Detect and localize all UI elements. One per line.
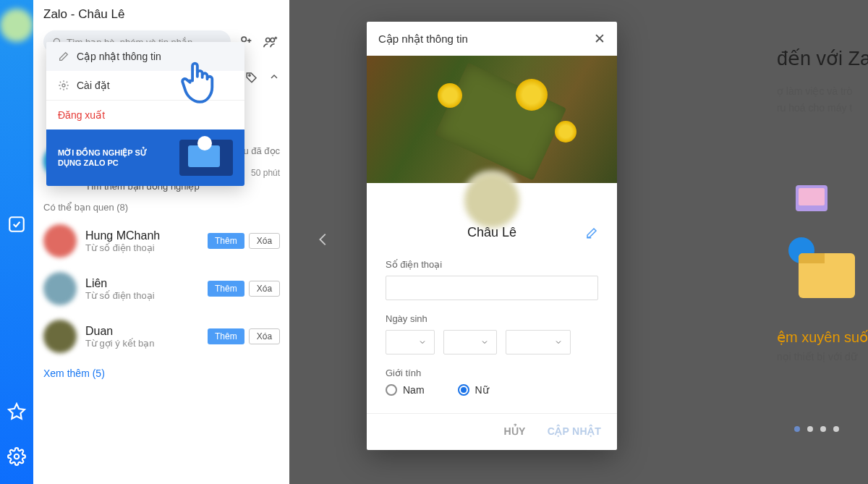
svg-point-6 (249, 75, 250, 76)
suggest-from: Từ số điện thoại (85, 290, 155, 301)
modal-title: Cập nhật thông tin (378, 33, 468, 46)
submit-button[interactable]: CẬP NHẬT (548, 425, 601, 437)
gender-male-radio[interactable]: Nam (386, 384, 425, 396)
right-panel: đến với Za ợ làm việc và trò ru hoá cho … (289, 0, 868, 484)
gender-female-label: Nữ (475, 384, 489, 396)
add-button[interactable]: Thêm (208, 328, 244, 344)
phone-input[interactable] (386, 276, 598, 300)
see-more-link[interactable]: Xem thêm (5) (43, 368, 105, 379)
cancel-button[interactable]: HỦY (503, 425, 525, 437)
app-title: Zalo - Châu Lê (43, 7, 280, 22)
remove-button[interactable]: Xóa (249, 328, 280, 344)
checkbox-nav-icon[interactable] (2, 210, 31, 239)
profile-name: Châu Lê (467, 225, 516, 239)
you-may-know-label: Có thể bạn quen (8) (43, 202, 280, 213)
welcome-line1: ợ làm việc và trò (777, 83, 868, 99)
svg-point-7 (62, 84, 65, 87)
dob-month-select[interactable] (443, 330, 497, 354)
suggest-from: Từ gợi ý kết bạn (85, 338, 155, 349)
settings-icon[interactable] (2, 442, 31, 471)
feature-title: ệm xuyên suố (777, 326, 868, 349)
suggest-name: Duan (85, 325, 155, 338)
dob-year-select[interactable] (506, 330, 571, 354)
promo-text: MỜI ĐỒNG NGHIỆP SỬ DỤNG ZALO PC (58, 148, 172, 169)
chevron-down-icon (480, 338, 489, 347)
svg-rect-0 (9, 217, 24, 232)
phone-label: Số điện thoại (386, 259, 598, 270)
svg-point-3 (242, 37, 246, 41)
chevron-down-icon (554, 338, 563, 347)
left-main: Zalo - Châu Lê Tìm bạn bè, nhóm và tin n… (33, 0, 290, 484)
remove-button[interactable]: Xóa (249, 233, 280, 249)
picture-icon (796, 185, 827, 211)
suggest-from: Từ số điện thoại (85, 242, 160, 253)
carousel-dots[interactable] (794, 426, 839, 432)
dropdown-settings-label: Cài đặt (77, 80, 110, 91)
svg-point-4 (266, 38, 271, 43)
add-group-icon[interactable] (261, 33, 280, 51)
gender-label: Giới tính (386, 368, 598, 378)
folder-icon (799, 253, 855, 298)
cover-photo[interactable] (367, 56, 617, 183)
chevron-up-icon[interactable] (268, 71, 280, 87)
suggest-row: Liên Từ số điện thoại Thêm Xóa (43, 265, 280, 313)
dropdown-update-label: Cập nhật thông tin (77, 51, 161, 62)
star-icon[interactable] (2, 397, 31, 426)
welcome-line2: ru hoá cho máy t (777, 100, 868, 116)
suggest-row: Hung MChanh Từ số điện thoại Thêm Xóa (43, 217, 280, 265)
gear-icon (58, 80, 69, 91)
prev-chevron-icon[interactable] (315, 226, 331, 259)
welcome-title: đến với Za (777, 43, 868, 75)
left-sidebar (0, 0, 33, 484)
svg-point-5 (271, 38, 275, 43)
gender-male-label: Nam (403, 384, 425, 396)
edit-icon (58, 51, 69, 62)
suggest-row: Duan Từ gợi ý kết bạn Thêm Xóa (43, 313, 280, 360)
gender-female-radio[interactable]: Nữ (458, 384, 489, 396)
remove-button[interactable]: Xóa (249, 281, 280, 297)
promo-illustration (179, 140, 233, 176)
svg-point-1 (14, 454, 20, 459)
cursor-hand-icon (178, 59, 218, 111)
add-button[interactable]: Thêm (208, 233, 244, 249)
dob-label: Ngày sinh (386, 313, 598, 324)
close-icon[interactable]: ✕ (594, 30, 605, 47)
avatar-self[interactable] (0, 9, 33, 42)
feature-line: nọi thiết bị với dữ (777, 349, 868, 365)
chevron-down-icon (418, 338, 427, 347)
update-profile-modal: Cập nhật thông tin ✕ Châu Lê Số điện tho… (367, 22, 617, 450)
suggest-name: Hung MChanh (85, 229, 160, 242)
dob-day-select[interactable] (386, 330, 435, 354)
avatar-large[interactable] (462, 171, 522, 230)
promo-banner[interactable]: MỜI ĐỒNG NGHIỆP SỬ DỤNG ZALO PC (46, 130, 244, 186)
edit-name-icon[interactable] (585, 226, 598, 242)
suggest-name: Liên (85, 277, 155, 290)
add-button[interactable]: Thêm (208, 281, 244, 297)
tag-icon[interactable] (245, 71, 258, 87)
